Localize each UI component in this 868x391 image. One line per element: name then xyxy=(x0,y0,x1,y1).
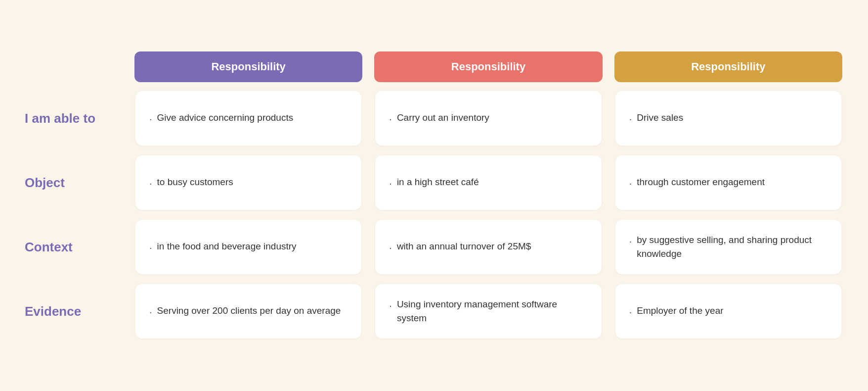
header-spacer xyxy=(20,48,129,86)
bullet-4-3: · xyxy=(629,304,632,319)
header-pill-responsibility-3: Responsibility xyxy=(614,51,842,82)
card-2-3: · through customer engagement xyxy=(615,155,841,210)
card-3-1: · in the food and beverage industry xyxy=(135,220,361,274)
bullet-3-3: · xyxy=(629,234,632,248)
row-label-context: Context xyxy=(20,215,129,279)
card-item-2-1: · to busy customers xyxy=(149,175,233,191)
card-text-4-3: Employer of the year xyxy=(637,304,723,318)
bullet-1-2: · xyxy=(389,111,392,126)
card-text-2-3: through customer engagement xyxy=(637,175,765,190)
card-text-3-1: in the food and beverage industry xyxy=(157,240,297,254)
card-item-1-1: · Give advice concerning products xyxy=(149,111,293,126)
bullet-1-1: · xyxy=(149,111,152,126)
bullet-4-2: · xyxy=(389,298,392,313)
row-label-i-am-able-to: I am able to xyxy=(20,86,129,150)
content-cell-4-2: · Using inventory management software sy… xyxy=(368,279,608,343)
card-4-1: · Serving over 200 clients per day on av… xyxy=(135,284,361,339)
bullet-4-1: · xyxy=(149,304,152,319)
card-text-1-3: Drive sales xyxy=(637,111,683,125)
header-pill-responsibility-1: Responsibility xyxy=(134,51,362,82)
card-item-2-2: · in a high street café xyxy=(389,175,478,191)
card-text-3-2: with an annual turnover of 25M$ xyxy=(397,240,531,254)
row-label-text-4: Evidence xyxy=(25,304,81,319)
header-label-3: Responsibility xyxy=(691,60,765,73)
header-cell-2: Responsibility xyxy=(368,48,608,86)
card-2-2: · in a high street café xyxy=(375,155,601,210)
card-item-1-2: · Carry out an inventory xyxy=(389,111,489,126)
card-4-2: · Using inventory management software sy… xyxy=(375,284,601,339)
card-item-3-3: · by suggestive selling, and sharing pro… xyxy=(629,233,827,261)
card-4-3: · Employer of the year xyxy=(615,284,841,339)
card-item-3-2: · with an annual turnover of 25M$ xyxy=(389,240,531,255)
row-label-text-3: Context xyxy=(25,240,73,255)
row-label-text-1: I am able to xyxy=(25,111,95,126)
header-cell-1: Responsibility xyxy=(129,48,368,86)
bullet-2-3: · xyxy=(629,176,632,191)
card-3-2: · with an annual turnover of 25M$ xyxy=(375,220,601,274)
card-text-4-2: Using inventory management software syst… xyxy=(397,297,588,326)
card-text-1-2: Carry out an inventory xyxy=(397,111,489,125)
bullet-3-2: · xyxy=(389,240,392,255)
header-label-1: Responsibility xyxy=(211,60,285,73)
content-cell-2-2: · in a high street café xyxy=(368,150,608,215)
card-item-3-1: · in the food and beverage industry xyxy=(149,240,297,255)
content-cell-4-3: · Employer of the year xyxy=(608,279,848,343)
row-label-object: Object xyxy=(20,150,129,215)
card-1-1: · Give advice concerning products xyxy=(135,91,361,146)
content-cell-2-1: · to busy customers xyxy=(129,150,368,215)
bullet-2-1: · xyxy=(149,176,152,191)
content-cell-4-1: · Serving over 200 clients per day on av… xyxy=(129,279,368,343)
row-label-text-2: Object xyxy=(25,175,65,191)
header-label-2: Responsibility xyxy=(451,60,525,73)
card-text-3-3: by suggestive selling, and sharing produ… xyxy=(637,233,827,261)
content-cell-2-3: · through customer engagement xyxy=(608,150,848,215)
content-cell-3-2: · with an annual turnover of 25M$ xyxy=(368,215,608,279)
card-item-1-3: · Drive sales xyxy=(629,111,684,126)
card-text-2-1: to busy customers xyxy=(157,175,233,190)
content-cell-1-1: · Give advice concerning products xyxy=(129,86,368,150)
card-text-2-2: in a high street café xyxy=(397,175,479,190)
bullet-2-2: · xyxy=(389,176,392,191)
main-grid: Responsibility Responsibility Responsibi… xyxy=(20,48,848,343)
card-item-4-3: · Employer of the year xyxy=(629,304,724,319)
row-label-evidence: Evidence xyxy=(20,279,129,343)
content-cell-3-1: · in the food and beverage industry xyxy=(129,215,368,279)
card-item-4-1: · Serving over 200 clients per day on av… xyxy=(149,304,341,319)
content-cell-1-2: · Carry out an inventory xyxy=(368,86,608,150)
card-text-1-1: Give advice concerning products xyxy=(157,111,294,125)
card-1-3: · Drive sales xyxy=(615,91,841,146)
header-cell-3: Responsibility xyxy=(608,48,848,86)
card-1-2: · Carry out an inventory xyxy=(375,91,601,146)
card-text-4-1: Serving over 200 clients per day on aver… xyxy=(157,304,341,318)
page-container: Responsibility Responsibility Responsibi… xyxy=(0,33,868,358)
bullet-3-1: · xyxy=(149,240,152,255)
bullet-1-3: · xyxy=(629,111,632,126)
content-cell-3-3: · by suggestive selling, and sharing pro… xyxy=(608,215,848,279)
card-item-4-2: · Using inventory management software sy… xyxy=(389,297,587,326)
card-2-1: · to busy customers xyxy=(135,155,361,210)
card-item-2-3: · through customer engagement xyxy=(629,175,765,191)
header-pill-responsibility-2: Responsibility xyxy=(374,51,602,82)
card-3-3: · by suggestive selling, and sharing pro… xyxy=(615,220,841,274)
content-cell-1-3: · Drive sales xyxy=(608,86,848,150)
